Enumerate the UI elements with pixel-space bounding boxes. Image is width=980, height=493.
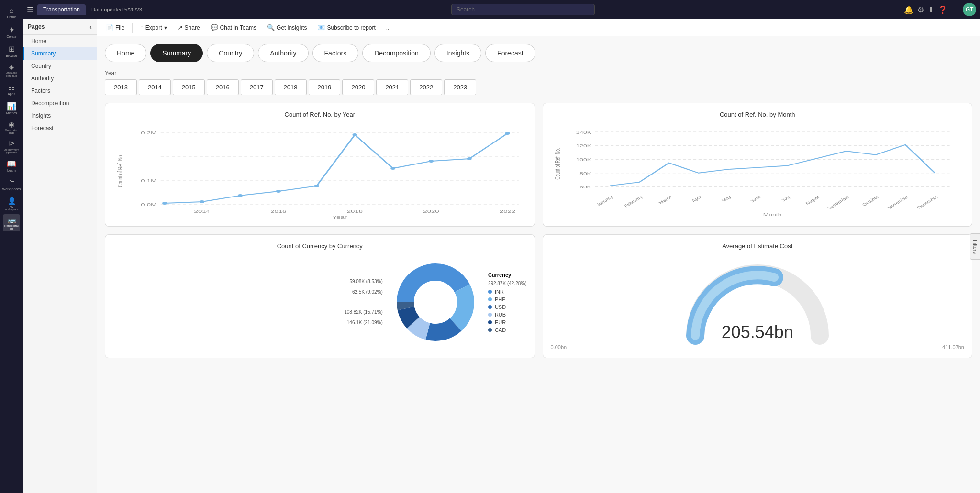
chart-estimate-cost: Average of Estimate Cost: [543, 234, 973, 358]
svg-point-9: [200, 200, 204, 203]
gauge-svg: [681, 259, 834, 345]
sidebar-icon-apps[interactable]: ⚏ Apps: [3, 80, 20, 98]
year-btn-2017[interactable]: 2017: [241, 79, 273, 95]
svg-text:2022: 2022: [500, 209, 515, 214]
notifications-icon[interactable]: 🔔: [904, 5, 913, 14]
main-wrapper: ☰ Transportation Data updated 5/20/23 🔔 …: [23, 0, 980, 493]
svg-text:2020: 2020: [423, 209, 439, 214]
svg-text:May: May: [720, 195, 733, 202]
share-label: Share: [185, 24, 200, 31]
legend-label-inr: INR: [495, 289, 504, 295]
sidebar-icon-workspaces[interactable]: 🗂 Workspaces: [3, 176, 20, 193]
export-button[interactable]: ↑ Export ▾: [136, 22, 170, 33]
svg-text:December: December: [915, 195, 939, 209]
svg-text:November: November: [886, 195, 910, 209]
pages-label: Pages: [28, 23, 45, 30]
sidebar-icon-learn[interactable]: 📖 Learn: [3, 157, 20, 174]
nav-tabs-row: Home Summary Country Authority Factors D…: [105, 44, 972, 62]
share-button[interactable]: ↗ Share: [174, 22, 204, 33]
fullscreen-icon[interactable]: ⛶: [951, 5, 959, 14]
svg-text:2016: 2016: [270, 209, 286, 214]
search-input[interactable]: [451, 4, 595, 15]
svg-point-8: [162, 202, 167, 205]
tab-authority[interactable]: Authority: [258, 44, 308, 62]
help-icon[interactable]: ❓: [938, 5, 947, 14]
hamburger-icon[interactable]: ☰: [27, 5, 33, 14]
sidebar-icon-monitoring[interactable]: ◉ Monitoringhub: [3, 119, 20, 136]
svg-text:June: June: [748, 195, 762, 203]
chart1-container: 0.2M 0.1M 0.0M Count of Ref. No.: [113, 123, 527, 219]
sidebar-icon-metrics[interactable]: 📊 Metrics: [3, 99, 20, 117]
legend-label-php: PHP: [495, 296, 506, 302]
file-button[interactable]: 📄 File: [102, 22, 128, 33]
more-button[interactable]: ...: [382, 22, 395, 33]
sidebar-icon-create[interactable]: ✦ Create: [3, 23, 20, 40]
sidebar-icon-deployment[interactable]: ⊳ Deploymentpipelines: [3, 138, 20, 155]
chart4-title: Average of Estimate Cost: [551, 242, 965, 250]
svg-point-12: [314, 185, 319, 187]
tab-decomposition[interactable]: Decomposition: [362, 44, 431, 62]
svg-text:0.0M: 0.0M: [141, 202, 156, 207]
sidebar-icon-transportation[interactable]: 🚌 Transportation: [3, 214, 20, 231]
tab-home[interactable]: Home: [105, 44, 146, 62]
year-btn-2015[interactable]: 2015: [173, 79, 205, 95]
year-btn-2021[interactable]: 2021: [376, 79, 408, 95]
insights-button[interactable]: 🔍 Get insights: [263, 22, 311, 33]
sidebar-icon-browse[interactable]: ⊞ Browse: [3, 42, 20, 59]
topbar-actions: 🔔 ⚙ ⬇ ❓ ⛶ GT: [904, 3, 976, 16]
sidebar-icon-onelake[interactable]: ◈ OneLakedata hub: [3, 61, 20, 78]
chat-button[interactable]: 💬 Chat in Teams: [207, 22, 260, 33]
settings-icon[interactable]: ⚙: [917, 5, 924, 14]
chart2-title: Count of Ref. No. by Month: [551, 111, 965, 118]
export-chevron-icon: ▾: [164, 24, 167, 31]
chart-currency: Count of Currency by Currency 59.08K (8.…: [105, 234, 535, 358]
svg-text:August: August: [803, 195, 821, 206]
sidebar-item-insights[interactable]: Insights: [23, 110, 97, 122]
year-btn-2020[interactable]: 2020: [342, 79, 374, 95]
svg-point-11: [276, 190, 281, 193]
svg-point-54: [414, 281, 457, 324]
sidebar-icon-myworkspace[interactable]: 👤 Myworkspace: [3, 195, 20, 212]
legend-label-usd: USD: [495, 304, 506, 310]
legend-php: PHP: [488, 296, 527, 302]
sidebar-item-home[interactable]: Home: [23, 35, 97, 47]
year-btn-2018[interactable]: 2018: [275, 79, 307, 95]
tab-summary[interactable]: Summary: [150, 44, 203, 62]
svg-point-16: [467, 157, 472, 160]
tab-country[interactable]: Country: [207, 44, 254, 62]
sidebar-item-forecast[interactable]: Forecast: [23, 122, 97, 134]
file-icon: 📄: [106, 24, 113, 31]
sidebar-item-factors[interactable]: Factors: [23, 85, 97, 97]
svg-text:Year: Year: [333, 215, 347, 219]
tab-insights[interactable]: Insights: [434, 44, 481, 62]
export-icon: ↑: [140, 24, 144, 31]
transportation-tab[interactable]: Transportation: [37, 4, 86, 15]
year-btn-2014[interactable]: 2014: [139, 79, 171, 95]
subscribe-button[interactable]: 📧 Subscribe to report: [313, 22, 379, 33]
sidebar-item-country[interactable]: Country: [23, 60, 97, 72]
download-icon[interactable]: ⬇: [928, 5, 934, 14]
user-avatar[interactable]: GT: [963, 3, 976, 16]
donut-chart-svg-wrap: [392, 259, 479, 345]
collapse-sidebar-button[interactable]: ‹: [89, 23, 92, 31]
year-btn-2019[interactable]: 2019: [309, 79, 341, 95]
chart3-container: 59.08K (8.53%) 62.5K (9.02%) 108.82K (15…: [113, 254, 527, 350]
sidebar-item-authority[interactable]: Authority: [23, 72, 97, 85]
sidebar-icon-home[interactable]: ⌂ Home: [3, 4, 20, 21]
year-btn-2022[interactable]: 2022: [410, 79, 442, 95]
chart-ref-by-month: Count of Ref. No. by Month 140K: [543, 103, 973, 227]
sidebar-item-decomposition[interactable]: Decomposition: [23, 97, 97, 110]
year-btn-2016[interactable]: 2016: [207, 79, 239, 95]
tab-forecast[interactable]: Forecast: [485, 44, 535, 62]
year-btn-2013[interactable]: 2013: [105, 79, 137, 95]
year-btn-2023[interactable]: 2023: [444, 79, 476, 95]
topbar: ☰ Transportation Data updated 5/20/23 🔔 …: [23, 0, 980, 19]
svg-point-10: [238, 194, 243, 197]
svg-point-15: [429, 160, 434, 163]
filters-tab-button[interactable]: Filters: [970, 233, 980, 260]
donut-label-eur: 59.08K (8.53%): [113, 276, 383, 287]
sidebar-item-summary[interactable]: Summary: [23, 47, 97, 60]
tab-factors[interactable]: Factors: [312, 44, 359, 62]
pages-sidebar-header: Pages ‹: [23, 19, 97, 35]
svg-text:Count of Ref. No.: Count of Ref. No.: [554, 148, 560, 180]
